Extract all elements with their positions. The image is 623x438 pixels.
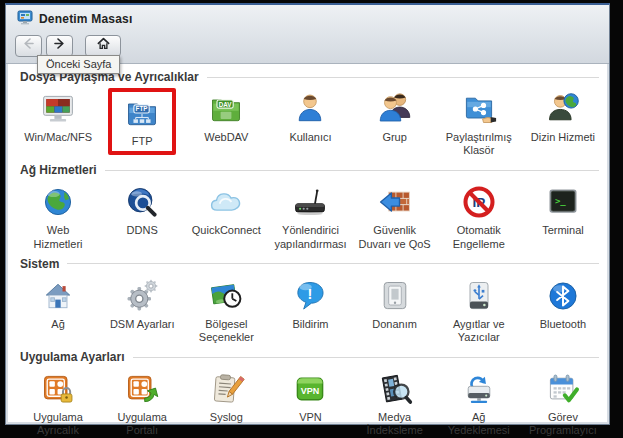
- bluetooth-icon: [541, 277, 585, 315]
- app-item-inner: QuickConnect: [188, 181, 265, 239]
- app-item-webdav[interactable]: DAVWebDAV: [184, 85, 268, 160]
- app-item-inner: Aygıtlar ve Yazıcılar: [438, 275, 520, 346]
- app-item-bluetooth[interactable]: Bluetooth: [521, 272, 605, 347]
- app-item-label: QuickConnect: [192, 224, 261, 237]
- app-item-label: DDNS: [127, 224, 158, 237]
- app-item-label: Syslog: [210, 411, 243, 424]
- section-divider: [105, 170, 599, 171]
- app-item-inner: Ağ Yedeklemesi: [438, 368, 520, 438]
- app-item-g-rev-programlay-c[interactable]: Görev Programlayıcı: [521, 365, 605, 438]
- svg-text:>_: >_: [555, 196, 566, 206]
- network-backup-icon: [457, 370, 501, 408]
- app-item-ayg-tlar-ve-yaz-c-lar[interactable]: Aygıtlar ve Yazıcılar: [437, 272, 521, 347]
- app-item-ddns[interactable]: DDNS: [100, 178, 184, 253]
- svg-text:DAV: DAV: [219, 101, 233, 108]
- vpn-badge-icon: VPN: [288, 370, 332, 408]
- app-item-label: Terminal: [542, 224, 584, 237]
- app-item-web-hizmetleri[interactable]: Web Hizmetleri: [16, 178, 100, 253]
- app-item-inner: Ağ: [32, 275, 84, 333]
- block-ip-icon: IP: [457, 183, 501, 221]
- win-mac-nfs-icon: [36, 90, 80, 128]
- app-item-syslog[interactable]: Syslog: [184, 365, 268, 438]
- app-grid: AğDSM AyarlarıBölgesel Seçenekler!Bildir…: [14, 272, 605, 347]
- app-item-medya-i-ndeksleme-hizmeti[interactable]: Medya İndeksleme Hizmeti: [353, 365, 437, 438]
- shared-folder-icon: [457, 90, 501, 128]
- webdav-folder-icon: DAV: [204, 90, 248, 128]
- app-item-inner: Bluetooth: [536, 275, 590, 333]
- app-item-label: FTP: [132, 135, 153, 148]
- section-title: Uygulama Ayarları: [20, 350, 125, 364]
- app-item-inner: !Bildirim: [284, 275, 336, 333]
- app-item-label: Bölgesel Seçenekler: [189, 318, 263, 344]
- app-item-label: Kullanıcı: [289, 131, 331, 144]
- home-button[interactable]: [85, 35, 121, 57]
- app-item-inner: >_Terminal: [537, 181, 589, 239]
- app-item-label: Paylaştırılmış Klasör: [442, 131, 516, 157]
- section-title: Ağ Hizmetleri: [20, 163, 97, 177]
- map-clock-icon: [204, 277, 248, 315]
- app-item-inner: Yönlendirici yapılandırması: [269, 181, 351, 252]
- user-icon: [288, 90, 332, 128]
- section-header: Ağ Hizmetleri: [20, 163, 603, 177]
- app-item-label: Ağ Yedeklemesi: [442, 411, 516, 437]
- app-item-terminal[interactable]: >_Terminal: [521, 178, 605, 253]
- app-item-inner: Syslog: [200, 368, 252, 426]
- titlebar: Denetim Masası: [8, 7, 607, 31]
- ddns-search-icon: [120, 183, 164, 221]
- app-item-kullan-c[interactable]: Kullanıcı: [268, 85, 352, 160]
- app-item-quickconnect[interactable]: QuickConnect: [184, 178, 268, 253]
- app-item-dsm-ayarlar[interactable]: DSM Ayarları: [100, 272, 184, 347]
- home-icon: [96, 36, 111, 55]
- app-item-inner: Paylaştırılmış Klasör: [438, 88, 520, 159]
- app-item-otomatik-engelleme[interactable]: IPOtomatik Engelleme: [437, 178, 521, 253]
- app-item-inner: Güvenlik Duvarı ve QoS: [354, 181, 436, 252]
- forward-button[interactable]: [46, 35, 73, 57]
- app-grid: Uygulama AyrıcalıkUygulama PortalıSyslog…: [14, 365, 605, 438]
- app-item-label: WebDAV: [204, 131, 248, 144]
- app-item-a[interactable]: Ağ: [16, 272, 100, 347]
- app-item-payla-t-r-lm-klas-r[interactable]: Paylaştırılmış Klasör: [437, 85, 521, 160]
- app-item-a-yedeklemesi[interactable]: Ağ Yedeklemesi: [437, 365, 521, 438]
- arrow-left-icon: [21, 36, 36, 55]
- app-item-inner: Donanım: [368, 275, 421, 333]
- app-item-b-lgesel-se-enekler[interactable]: Bölgesel Seçenekler: [184, 272, 268, 347]
- syslog-notes-icon: [204, 370, 248, 408]
- app-item-label: Uygulama Portalı: [105, 411, 179, 437]
- firewall-icon: [373, 183, 417, 221]
- app-item-label: Grup: [382, 131, 406, 144]
- section-divider: [67, 263, 599, 264]
- app-item-uygulama-ayr-cal-k[interactable]: Uygulama Ayrıcalık: [16, 365, 100, 438]
- app-item-label: Dizin Hizmeti: [531, 131, 595, 144]
- app-grid: Win/Mac/NFSFTPFTPDAVWebDAVKullanıcıGrupP…: [14, 85, 605, 160]
- section-title: Sistem: [20, 257, 59, 271]
- app-item-donan-m[interactable]: Donanım: [353, 272, 437, 347]
- house-network-icon: [36, 277, 80, 315]
- app-item-inner: Medya İndeksleme Hizmeti: [354, 368, 436, 438]
- app-item-vpn[interactable]: VPNVPN: [268, 365, 352, 438]
- svg-text:FTP: FTP: [136, 105, 148, 112]
- app-item-inner: DAVWebDAV: [200, 88, 252, 146]
- app-item-g-venlik-duvar-ve-qos[interactable]: Güvenlik Duvarı ve QoS: [353, 178, 437, 253]
- back-button[interactable]: [15, 35, 42, 57]
- app-item-uygulama-portal[interactable]: Uygulama Portalı: [100, 365, 184, 438]
- app-item-label: Win/Mac/NFS: [24, 131, 92, 144]
- terminal-icon: >_: [541, 183, 585, 221]
- section-divider: [133, 357, 600, 358]
- ftp-folder-icon: FTP: [120, 94, 164, 132]
- window-title: Denetim Masası: [39, 12, 133, 26]
- app-item-dizin-hizmeti[interactable]: Dizin Hizmeti: [521, 85, 605, 160]
- previous-page-tooltip: Önceki Sayfa: [37, 55, 120, 74]
- app-item-label: Uygulama Ayrıcalık: [21, 411, 95, 437]
- app-item-ftp[interactable]: FTPFTP: [100, 85, 184, 160]
- app-item-label: Medya İndeksleme Hizmeti: [358, 411, 432, 438]
- app-item-y-nlendirici-yap-land-rmas[interactable]: Yönlendirici yapılandırması: [268, 178, 352, 253]
- svg-text:VPN: VPN: [301, 386, 320, 396]
- app-item-bildirim[interactable]: !Bildirim: [268, 272, 352, 347]
- app-item-win-mac-nfs[interactable]: Win/Mac/NFS: [16, 85, 100, 160]
- section-header: Sistem: [20, 257, 603, 271]
- notification-bubble-icon: !: [288, 277, 332, 315]
- app-item-label: Güvenlik Duvarı ve QoS: [358, 224, 432, 250]
- app-item-grup[interactable]: Grup: [353, 85, 437, 160]
- app-item-label: Donanım: [372, 318, 417, 331]
- control-panel-window: Denetim Masası Önceki Sayfa Dosya Paylaş…: [5, 3, 610, 425]
